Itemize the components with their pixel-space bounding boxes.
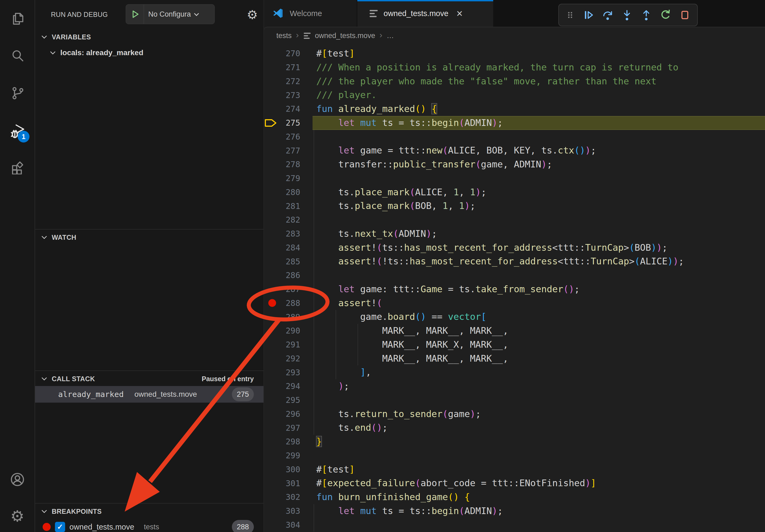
line-number[interactable]: 303 <box>286 504 300 518</box>
line-number[interactable]: 280 <box>286 185 300 199</box>
explorer-icon[interactable] <box>10 11 25 27</box>
step-into-icon[interactable] <box>620 8 634 22</box>
code-text[interactable]: #[test] <box>316 47 765 61</box>
code-text[interactable] <box>316 449 765 463</box>
line-number[interactable]: 297 <box>286 421 300 435</box>
tab-welcome[interactable]: Welcome <box>264 0 357 27</box>
code-text[interactable]: MARK__, MARK__, MARK__, <box>316 352 765 366</box>
code-text[interactable]: transfer::public_transfer(game, ADMIN); <box>316 157 765 171</box>
breakpoint-row[interactable]: ✓ owned_tests.move tests 288 <box>35 519 264 532</box>
line-number[interactable]: 284 <box>286 241 300 255</box>
gutter[interactable]: 298 <box>264 435 316 449</box>
line-number[interactable]: 302 <box>286 490 300 504</box>
breadcrumb-item[interactable]: tests <box>276 32 292 40</box>
line-number[interactable]: 289 <box>286 310 300 324</box>
gutter[interactable]: 302 <box>264 490 316 504</box>
drag-handle-icon[interactable] <box>564 9 576 21</box>
gutter[interactable]: 285 <box>264 254 316 268</box>
gutter[interactable]: 292 <box>264 352 316 366</box>
code-text[interactable] <box>316 393 765 407</box>
code-text[interactable]: #[test] <box>316 463 765 476</box>
tab-owned-tests[interactable]: owned_tests.move × <box>357 0 493 27</box>
line-number[interactable]: 293 <box>286 366 300 379</box>
settings-gear-icon[interactable]: ⚙ <box>10 508 24 524</box>
gutter[interactable]: 293 <box>264 366 316 379</box>
gutter[interactable]: 282 <box>264 213 316 227</box>
gutter[interactable]: 286 <box>264 268 316 282</box>
line-number[interactable]: 292 <box>286 352 300 366</box>
code-text[interactable]: assert!(!ts::has_most_recent_for_address… <box>316 254 765 268</box>
code-text[interactable]: let mut ts = ts::begin(ADMIN); <box>313 116 765 130</box>
code-text[interactable]: ts.next_tx(ADMIN); <box>316 227 765 241</box>
line-number[interactable]: 282 <box>286 213 300 227</box>
line-number[interactable]: 285 <box>286 254 300 268</box>
gutter[interactable]: 287 <box>264 282 316 296</box>
gutter[interactable]: 273 <box>264 88 316 102</box>
gutter[interactable]: 299 <box>264 449 316 463</box>
line-number[interactable]: 271 <box>286 61 300 75</box>
code-text[interactable]: assert!(ts::has_most_recent_for_address<… <box>316 241 765 255</box>
breakpoints-section-header[interactable]: BREAKPOINTS <box>35 503 264 519</box>
line-number[interactable]: 275 <box>286 116 300 130</box>
extensions-icon[interactable] <box>10 159 25 174</box>
step-out-icon[interactable] <box>639 8 653 22</box>
call-stack-section-header[interactable]: CALL STACK Paused on entry <box>35 371 264 387</box>
gutter[interactable]: 270 <box>264 47 316 61</box>
line-number[interactable]: 288 <box>286 296 300 310</box>
gutter[interactable]: 277 <box>264 143 316 157</box>
account-icon[interactable] <box>9 471 25 487</box>
line-number[interactable]: 276 <box>286 130 300 144</box>
line-number[interactable]: 294 <box>286 379 300 393</box>
gutter[interactable]: 304 <box>264 518 316 532</box>
code-text[interactable] <box>316 268 765 282</box>
line-number[interactable]: 298 <box>286 435 300 449</box>
gutter[interactable]: 291 <box>264 338 316 352</box>
gutter[interactable]: 280 <box>264 185 316 199</box>
gutter[interactable]: 271 <box>264 61 316 75</box>
line-number[interactable]: 277 <box>286 143 300 157</box>
code-text[interactable]: #[expected_failure(abort_code = ttt::ENo… <box>316 476 765 490</box>
line-number[interactable]: 278 <box>286 157 300 171</box>
code-text[interactable]: fun burn_unfinished_game() { <box>316 490 765 504</box>
code-text[interactable]: /// the player who made the "false" move… <box>316 75 765 89</box>
code-text[interactable]: /// player. <box>316 88 765 102</box>
code-text[interactable]: fun already_marked() { <box>316 102 765 116</box>
search-icon[interactable] <box>10 48 25 64</box>
gutter[interactable]: 295 <box>264 393 316 407</box>
line-number[interactable]: 272 <box>286 75 300 89</box>
code-text[interactable]: ts.place_mark(ALICE, 1, 1); <box>316 185 765 199</box>
gutter[interactable]: 278 <box>264 157 316 171</box>
line-number[interactable]: 304 <box>286 518 300 532</box>
code-text[interactable]: /// When a position is already marked, t… <box>316 61 765 75</box>
gutter[interactable]: 288 <box>264 296 316 310</box>
close-icon[interactable]: × <box>456 8 463 19</box>
gutter[interactable]: 276 <box>264 130 316 144</box>
code-editor[interactable]: 270#[test]271/// When a position is alre… <box>264 47 765 532</box>
line-number[interactable]: 287 <box>286 282 300 296</box>
code-text[interactable]: ); <box>316 379 765 393</box>
line-number[interactable]: 283 <box>286 227 300 241</box>
launch-config-dropdown[interactable]: No Configura <box>126 4 215 24</box>
step-over-icon[interactable] <box>601 8 615 22</box>
gutter[interactable]: 274 <box>264 102 316 116</box>
debug-settings-gear-icon[interactable]: ⚙ <box>247 8 258 22</box>
line-number[interactable]: 281 <box>286 199 300 213</box>
code-text[interactable]: MARK__, MARK__, MARK__, <box>316 324 765 338</box>
line-number[interactable]: 274 <box>286 102 300 116</box>
line-number[interactable]: 291 <box>286 338 300 352</box>
code-text[interactable]: ], <box>316 366 765 379</box>
watch-section-header[interactable]: WATCH <box>35 229 264 245</box>
source-control-icon[interactable] <box>10 85 25 101</box>
breakpoint-checkbox[interactable]: ✓ <box>55 522 65 532</box>
line-number[interactable]: 270 <box>286 47 300 61</box>
code-text[interactable]: let game = ttt::new(ALICE, BOB, KEY, ts.… <box>316 143 765 157</box>
variables-section-header[interactable]: VARIABLES <box>35 29 264 45</box>
line-number[interactable]: 290 <box>286 324 300 338</box>
code-text[interactable]: assert!( <box>316 296 765 310</box>
code-text[interactable]: ts.return_to_sender(game); <box>316 407 765 421</box>
stop-icon[interactable] <box>678 8 692 22</box>
line-number[interactable]: 299 <box>286 449 300 463</box>
start-debug-icon[interactable] <box>126 10 144 19</box>
gutter[interactable]: 300 <box>264 463 316 476</box>
gutter[interactable]: 294 <box>264 379 316 393</box>
